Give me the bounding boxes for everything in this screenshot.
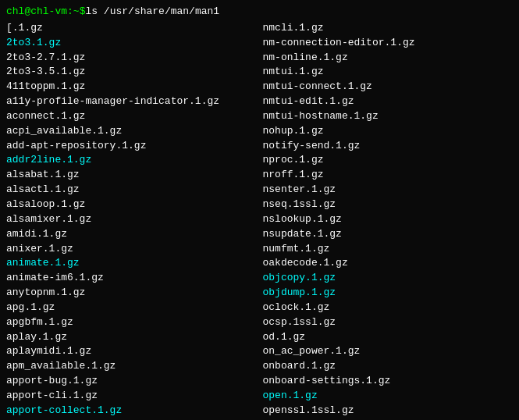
list-item: nsupdate.1.gz (263, 227, 514, 242)
list-item: animate-im6.1.gz (6, 271, 257, 286)
list-item: nmtui-connect.1.gz (263, 80, 514, 94)
prompt-user: chl (6, 5, 24, 20)
list-item: notify-send.1.gz (263, 139, 514, 154)
prompt-colon: : (67, 5, 73, 20)
list-item: acpi_available.1.gz (6, 124, 257, 139)
list-item: apg.1.gz (6, 301, 257, 315)
prompt-host: chl-vm (30, 5, 67, 20)
list-item: oakdecode.1.gz (263, 256, 514, 271)
list-item: numfmt.1.gz (263, 242, 514, 257)
list-item: oclock.1.gz (263, 301, 514, 315)
list-item: aconnect.1.gz (6, 109, 257, 124)
list-item: [.1.gz (6, 21, 257, 36)
list-item: alsabat.1.gz (6, 168, 257, 183)
list-item: 2to3-3.5.1.gz (6, 65, 257, 80)
list-item: animate.1.gz (6, 256, 257, 271)
list-item: nmtui.1.gz (263, 65, 514, 80)
list-item: nsenter.1.gz (263, 183, 514, 198)
list-item: apport-bug.1.gz (6, 374, 257, 389)
list-item: aplaymidi.1.gz (6, 344, 257, 359)
prompt-dollar: $ (80, 5, 86, 20)
list-item: nproc.1.gz (263, 153, 514, 168)
list-item: onboard.1.gz (263, 359, 514, 374)
list-item: amidi.1.gz (6, 227, 257, 242)
file-listing: [.1.gz2to3.1.gz2to3-2.7.1.gz2to3-3.5.1.g… (6, 21, 513, 420)
list-item: openssl.1ssl.gz (263, 404, 514, 418)
right-column: nmcli.1.gznm-connection-editor.1.gznm-on… (260, 21, 514, 420)
list-item: aplay.1.gz (6, 330, 257, 345)
list-item: nohup.1.gz (263, 124, 514, 139)
prompt-command: ls /usr/share/man/man1 (85, 5, 219, 20)
list-item: apport-collect.1.gz (6, 404, 257, 418)
list-item: objcopy.1.gz (263, 271, 514, 286)
prompt-line: chl @ chl-vm : ~ $ ls /usr/share/man/man… (6, 5, 513, 20)
list-item: apport-cli.1.gz (6, 389, 257, 404)
list-item: apm_available.1.gz (6, 359, 257, 374)
list-item: alsaloop.1.gz (6, 198, 257, 212)
list-item: 2to3-2.7.1.gz (6, 51, 257, 66)
list-item: onboard-settings.1.gz (263, 374, 514, 389)
list-item: nslookup.1.gz (263, 212, 514, 227)
list-item: anixer.1.gz (6, 242, 257, 257)
list-item: apgbfm.1.gz (6, 315, 257, 330)
list-item: add-apt-repository.1.gz (6, 139, 257, 154)
list-item: open.1.gz (263, 389, 514, 404)
list-item: ocsp.1ssl.gz (263, 315, 514, 330)
list-item: nseq.1ssl.gz (263, 198, 514, 212)
list-item: nm-online.1.gz (263, 51, 514, 66)
list-item: nmcli.1.gz (263, 21, 514, 36)
list-item: objdump.1.gz (263, 286, 514, 301)
list-item: 2to3.1.gz (6, 36, 257, 51)
list-item: od.1.gz (263, 330, 514, 345)
list-item: anytopnm.1.gz (6, 286, 257, 301)
list-item: on_ac_power.1.gz (263, 344, 514, 359)
left-column: [.1.gz2to3.1.gz2to3-2.7.1.gz2to3-3.5.1.g… (6, 21, 260, 420)
prompt-tilde: ~ (73, 5, 80, 20)
list-item: alsactl.1.gz (6, 183, 257, 198)
list-item: addr2line.1.gz (6, 153, 257, 168)
list-item: nmtui-edit.1.gz (263, 94, 514, 109)
list-item: 411toppm.1.gz (6, 80, 257, 94)
list-item: nmtui-hostname.1.gz (263, 109, 514, 124)
list-item: nm-connection-editor.1.gz (263, 36, 514, 51)
list-item: a11y-profile-manager-indicator.1.gz (6, 94, 257, 109)
list-item: alsamixer.1.gz (6, 212, 257, 227)
prompt-at: @ (24, 5, 30, 20)
list-item: nroff.1.gz (263, 168, 514, 183)
